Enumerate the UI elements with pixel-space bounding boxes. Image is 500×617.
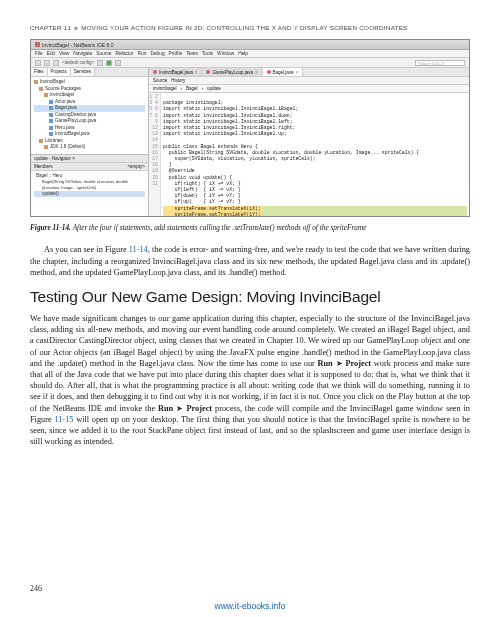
ide-editor-panel: InvinciBagel.java× GamePlayLoop.java× Ba…	[149, 68, 469, 216]
toolbar-button[interactable]	[97, 60, 103, 66]
members-label: Members	[34, 164, 53, 169]
menu-item[interactable]: Source	[96, 51, 111, 56]
folder-icon	[39, 139, 43, 143]
class-icon	[49, 119, 53, 123]
app-icon	[35, 42, 40, 47]
menu-item[interactable]: Window	[217, 51, 234, 56]
class-icon	[49, 100, 53, 104]
tab-label: GamePlayLoop.java	[212, 70, 253, 75]
ide-screenshot: InvinciBagel - NetBeans IDE 8.0 File Edi…	[30, 39, 470, 217]
file-icon	[153, 70, 157, 74]
toolbar-button[interactable]	[115, 60, 121, 66]
left-pane-tabs: Files Projects Services	[31, 68, 148, 77]
code-editor[interactable]: 1 2 3 4 5 6 7 8 9 12 13 14 15 16 17 18 1…	[149, 93, 469, 216]
menu-item[interactable]: Edit	[47, 51, 55, 56]
editor-tab[interactable]: GamePlayLoop.java×	[202, 68, 262, 76]
caption-text: After the four if statements, add statem…	[73, 223, 367, 232]
source-view-button[interactable]: Source	[153, 78, 167, 83]
body-paragraph-1: As you can see in Figure 11-14, the code…	[30, 244, 470, 278]
tab-services[interactable]: Services	[71, 68, 95, 76]
crumb-package[interactable]: invincibagel	[153, 86, 177, 91]
editor-tab-active[interactable]: Bagel.java×	[263, 68, 304, 76]
tab-files[interactable]: Files	[31, 68, 48, 76]
menu-item[interactable]: Profile	[169, 51, 183, 56]
navigator-header: update - Navigator ×	[31, 155, 148, 163]
toolbar-button[interactable]	[35, 60, 41, 66]
menu-item[interactable]: Team	[186, 51, 198, 56]
page-number: 246	[30, 584, 42, 593]
navigator-pane: update - Navigator × Members<empty> Bage…	[31, 154, 148, 216]
class-icon	[49, 126, 53, 130]
menu-item[interactable]: Tools	[202, 51, 213, 56]
para-text: will open up on your desktop. The first …	[30, 415, 470, 446]
close-icon[interactable]: ×	[195, 70, 198, 75]
header-separator: ■	[74, 24, 78, 31]
package-icon	[44, 93, 48, 97]
navigator-filter: Members<empty>	[31, 163, 148, 171]
nav-label: Bagel(String SVGdata, double xLocation, …	[42, 179, 145, 191]
editor-toolbar: Source History	[149, 77, 469, 85]
history-view-button[interactable]: History	[171, 78, 185, 83]
nav-label: update()	[42, 191, 59, 197]
library-icon	[44, 145, 48, 149]
close-icon[interactable]: ×	[255, 70, 258, 75]
tab-projects[interactable]: Projects	[48, 68, 71, 76]
tree-item[interactable]: JDK 1.8 (Default)	[34, 144, 145, 151]
nav-method-selected[interactable]: update()	[34, 191, 145, 197]
search-input[interactable]: Search (Ctrl+I)	[415, 60, 465, 66]
project-icon	[34, 80, 38, 84]
arrow-icon: ➤	[173, 403, 186, 413]
class-icon	[49, 132, 53, 136]
toolbar-button[interactable]	[44, 60, 50, 66]
footer-link[interactable]: www.it-ebooks.info	[0, 601, 500, 611]
line-gutter: 1 2 3 4 5 6 7 8 9 12 13 14 15 16 17 18 1…	[149, 93, 161, 216]
chapter-title: MOVING YOUR ACTION FIGURE IN 2D: CONTROL…	[81, 24, 407, 31]
chapter-label: CHAPTER 11	[30, 24, 71, 31]
running-header: CHAPTER 11■MOVING YOUR ACTION FIGURE IN …	[30, 24, 470, 31]
run-label: Run	[158, 404, 173, 413]
figure-number: Figure 11-14.	[30, 223, 71, 232]
navigator-body: Bagel :: Hero Bagel(String SVGdata, doub…	[31, 171, 148, 199]
ide-left-panel: Files Projects Services InvinciBagel Sou…	[31, 68, 149, 216]
editor-tab[interactable]: InvinciBagel.java×	[149, 68, 202, 76]
menu-item[interactable]: File	[35, 51, 43, 56]
crumb-class[interactable]: Bagel	[186, 86, 198, 91]
empty-filter[interactable]: <empty>	[127, 164, 145, 169]
crumb-method[interactable]: update	[207, 86, 221, 91]
figure-reference: 11-15	[54, 415, 73, 424]
body-paragraph-2: We have made significant changes to our …	[30, 313, 470, 447]
project-label: Project	[345, 359, 371, 368]
project-tree: InvinciBagel Source Packages invincibage…	[31, 77, 148, 154]
tab-label: InvinciBagel.java	[159, 70, 193, 75]
menu-item[interactable]: Run	[138, 51, 147, 56]
class-icon	[49, 106, 53, 110]
window-title: InvinciBagel - NetBeans IDE 8.0	[42, 42, 113, 48]
menu-item[interactable]: Refactor	[115, 51, 133, 56]
ide-toolbar: <default config> Search (Ctrl+I)	[31, 58, 469, 68]
run-label: Run	[318, 359, 333, 368]
figure-reference: 11-14	[129, 245, 148, 254]
close-icon[interactable]: ×	[296, 70, 299, 75]
folder-icon	[39, 87, 43, 91]
menu-item[interactable]: Navigate	[73, 51, 92, 56]
tab-label: Bagel.java	[273, 70, 294, 75]
ide-titlebar: InvinciBagel - NetBeans IDE 8.0	[31, 40, 469, 50]
nav-constructor[interactable]: Bagel(String SVGdata, double xLocation, …	[34, 179, 145, 191]
project-label: Project	[186, 404, 212, 413]
para-text: As you can see in Figure	[44, 245, 129, 254]
class-icon	[49, 113, 53, 117]
file-icon	[267, 70, 271, 74]
ide-menubar: File Edit View Navigate Source Refactor …	[31, 50, 469, 58]
menu-item[interactable]: Debug	[150, 51, 164, 56]
play-button[interactable]	[106, 60, 112, 66]
editor-breadcrumb: invincibagel› Bagel› update	[149, 85, 469, 93]
file-icon	[206, 70, 210, 74]
config-dropdown[interactable]: <default config>	[62, 60, 94, 65]
navigator-title: update - Navigator ×	[34, 156, 75, 161]
figure-caption: Figure 11-14. After the four if statemen…	[30, 223, 470, 232]
code-area[interactable]: package invincibagel; import static invi…	[161, 93, 469, 216]
toolbar-button[interactable]	[53, 60, 59, 66]
menu-item[interactable]: View	[59, 51, 69, 56]
menu-item[interactable]: Help	[238, 51, 248, 56]
arrow-icon: ➤	[333, 358, 346, 368]
